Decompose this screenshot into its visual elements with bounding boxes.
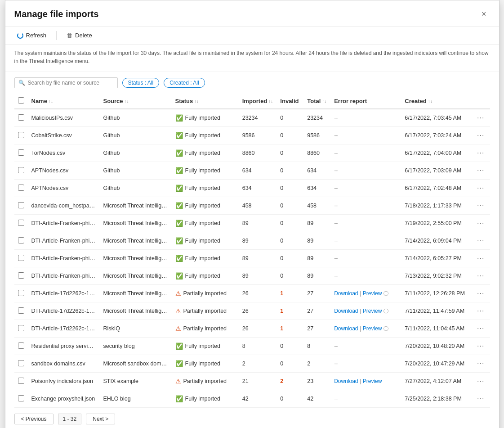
imported-sort-icon[interactable]: ↑↓ <box>268 99 273 104</box>
row-actions-button[interactable]: ··· <box>475 306 486 316</box>
refresh-button[interactable]: Refresh <box>14 30 49 41</box>
next-button[interactable]: Next > <box>86 414 115 424</box>
row-actions-cell[interactable]: ··· <box>472 373 490 390</box>
row-checkbox-cell[interactable] <box>14 215 28 232</box>
name-sort-icon[interactable]: ↑↓ <box>49 99 53 104</box>
row-actions-button[interactable]: ··· <box>475 166 486 176</box>
row-actions-cell[interactable]: ··· <box>472 144 490 162</box>
th-imported[interactable]: Imported↑↓ <box>239 94 277 109</box>
row-checkbox-cell[interactable] <box>14 250 28 267</box>
row-checkbox[interactable] <box>18 149 24 156</box>
row-checkbox[interactable] <box>18 255 24 261</box>
row-actions-button[interactable]: ··· <box>475 218 486 228</box>
row-checkbox-cell[interactable] <box>14 127 28 144</box>
status-sort-icon[interactable]: ↑↓ <box>194 99 199 104</box>
row-actions-button[interactable]: ··· <box>475 113 486 123</box>
row-checkbox[interactable] <box>18 360 24 366</box>
row-actions-button[interactable]: ··· <box>475 288 486 298</box>
row-actions-cell[interactable]: ··· <box>472 109 490 127</box>
row-checkbox-cell[interactable] <box>14 320 28 338</box>
row-actions-cell[interactable]: ··· <box>472 162 490 180</box>
row-actions-cell[interactable]: ··· <box>472 250 490 267</box>
download-link[interactable]: Download <box>334 325 358 332</box>
previous-button[interactable]: < Previous <box>14 414 54 424</box>
row-checkbox[interactable] <box>18 114 24 121</box>
row-checkbox-cell[interactable] <box>14 180 28 197</box>
row-checkbox[interactable] <box>18 307 24 314</box>
th-created[interactable]: Created↑↓ <box>401 94 472 109</box>
row-checkbox[interactable] <box>18 378 24 384</box>
row-checkbox-cell[interactable] <box>14 390 28 408</box>
row-actions-button[interactable]: ··· <box>475 236 486 246</box>
row-actions-button[interactable]: ··· <box>475 148 486 158</box>
row-checkbox[interactable] <box>18 272 24 279</box>
row-checkbox-cell[interactable] <box>14 302 28 320</box>
row-actions-cell[interactable]: ··· <box>472 180 490 197</box>
select-all-checkbox[interactable] <box>18 97 24 104</box>
preview-link[interactable]: Preview <box>363 308 382 314</box>
source-sort-icon[interactable]: ↑↓ <box>125 99 129 104</box>
th-invalid[interactable]: Invalid <box>277 94 303 109</box>
row-actions-cell[interactable]: ··· <box>472 285 490 302</box>
row-checkbox[interactable] <box>18 132 24 138</box>
search-box[interactable]: 🔍 <box>14 77 118 88</box>
row-actions-cell[interactable]: ··· <box>472 338 490 355</box>
row-checkbox-cell[interactable] <box>14 162 28 180</box>
row-actions-cell[interactable]: ··· <box>472 197 490 215</box>
row-actions-button[interactable]: ··· <box>475 271 486 281</box>
delete-button[interactable]: 🗑 Delete <box>64 30 95 41</box>
row-actions-button[interactable]: ··· <box>475 359 486 369</box>
row-checkbox-cell[interactable] <box>14 232 28 250</box>
status-filter-pill[interactable]: Status : All <box>122 78 160 88</box>
row-checkbox[interactable] <box>18 395 24 401</box>
row-actions-cell[interactable]: ··· <box>472 267 490 285</box>
row-actions-cell[interactable]: ··· <box>472 232 490 250</box>
created-filter-pill[interactable]: Created : All <box>164 78 205 88</box>
row-actions-button[interactable]: ··· <box>475 376 486 386</box>
row-checkbox-cell[interactable] <box>14 338 28 355</box>
row-checkbox[interactable] <box>18 185 24 191</box>
row-actions-button[interactable]: ··· <box>475 131 486 140</box>
row-actions-cell[interactable]: ··· <box>472 390 490 408</box>
row-checkbox-cell[interactable] <box>14 355 28 373</box>
row-checkbox[interactable] <box>18 167 24 173</box>
row-checkbox[interactable] <box>18 220 24 226</box>
preview-link[interactable]: Preview <box>363 378 382 384</box>
th-name[interactable]: Name↑↓ <box>28 94 100 109</box>
row-actions-cell[interactable]: ··· <box>472 215 490 232</box>
row-actions-button[interactable]: ··· <box>475 253 486 263</box>
row-checkbox-cell[interactable] <box>14 109 28 127</box>
row-actions-button[interactable]: ··· <box>475 394 486 404</box>
row-checkbox-cell[interactable] <box>14 373 28 390</box>
row-actions-cell[interactable]: ··· <box>472 355 490 373</box>
th-select-all[interactable] <box>14 94 28 109</box>
row-actions-button[interactable]: ··· <box>475 201 486 211</box>
preview-link[interactable]: Preview <box>363 325 382 332</box>
row-checkbox[interactable] <box>18 237 24 243</box>
row-checkbox-cell[interactable] <box>14 144 28 162</box>
row-actions-button[interactable]: ··· <box>475 341 486 351</box>
th-total[interactable]: Total↑↓ <box>303 94 330 109</box>
search-input[interactable] <box>28 80 114 86</box>
row-actions-cell[interactable]: ··· <box>472 302 490 320</box>
row-actions-cell[interactable]: ··· <box>472 127 490 144</box>
th-source[interactable]: Source↑↓ <box>100 94 172 109</box>
row-actions-cell[interactable]: ··· <box>472 320 490 338</box>
created-sort-icon[interactable]: ↑↓ <box>428 99 433 104</box>
th-status[interactable]: Status↑↓ <box>172 94 239 109</box>
row-checkbox[interactable] <box>18 290 24 296</box>
total-sort-icon[interactable]: ↑↓ <box>322 99 326 104</box>
row-actions-button[interactable]: ··· <box>475 324 486 333</box>
preview-link[interactable]: Preview <box>363 290 382 297</box>
download-link[interactable]: Download <box>334 290 358 297</box>
download-link[interactable]: Download <box>334 378 358 384</box>
row-checkbox-cell[interactable] <box>14 285 28 302</box>
row-checkbox[interactable] <box>18 202 24 208</box>
dialog-close-button[interactable]: × <box>478 8 490 21</box>
row-checkbox-cell[interactable] <box>14 267 28 285</box>
download-link[interactable]: Download <box>334 308 358 314</box>
row-checkbox-cell[interactable] <box>14 197 28 215</box>
row-checkbox[interactable] <box>18 325 24 331</box>
row-actions-button[interactable]: ··· <box>475 183 486 193</box>
row-checkbox[interactable] <box>18 342 24 349</box>
